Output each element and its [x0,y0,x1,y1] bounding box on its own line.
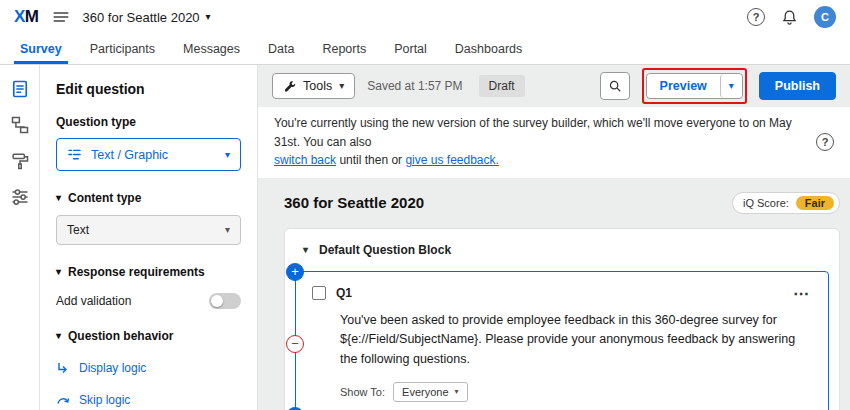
avatar[interactable]: C [814,6,836,28]
skip-logic-icon [56,393,70,407]
preview-dropdown-button[interactable]: ▾ [720,74,742,98]
notice-help-icon[interactable]: ? [816,133,834,151]
show-to-row: Show To: Everyone ▾ [340,382,814,402]
tab-data[interactable]: Data [254,34,308,64]
plus-icon: + [291,265,299,278]
project-switcher[interactable]: 360 for Seattle 2020 ▾ [83,10,211,25]
rail-item-survey-flow[interactable] [10,115,30,135]
add-validation-row: Add validation [56,293,241,309]
caret-down-icon: ▾ [56,267,61,277]
notice-text: You're currently using the new version o… [274,114,806,170]
question-type-value: Text / Graphic [91,148,216,162]
tab-survey[interactable]: Survey [6,34,76,64]
survey-title: 360 for Seattle 2020 [284,194,424,211]
caret-down-icon: ▾ [56,331,61,341]
question-menu-icon[interactable]: ⋯ [789,284,814,303]
tab-messages[interactable]: Messages [169,34,254,64]
notice-mid-text: until then or [339,153,402,167]
question-type-label: Question type [56,115,241,129]
primary-nav: Survey Participants Messages Data Report… [0,34,850,65]
rail-item-survey-options[interactable] [10,187,30,207]
display-logic-label: Display logic [79,361,146,375]
logo-m: M [25,7,39,26]
topbar-icons: ? C [747,6,836,28]
skip-logic-link[interactable]: Skip logic [56,393,241,407]
question-text[interactable]: You've been asked to provide employee fe… [340,311,812,369]
block-title: Default Question Block [319,243,451,257]
switch-back-link[interactable]: switch back [274,153,336,167]
question-id: Q1 [336,286,352,300]
tools-button[interactable]: Tools ▾ [272,73,355,99]
rail-item-builder[interactable] [10,79,30,99]
xm-logo: XM [14,7,39,27]
display-logic-link[interactable]: Display logic [56,361,241,375]
question-type-dropdown[interactable]: Text / Graphic ▾ [56,138,241,171]
left-icon-rail [0,65,40,410]
search-button[interactable] [600,72,630,100]
chevron-down-icon: ▾ [206,12,211,22]
chevron-down-icon: ▾ [225,225,230,235]
question-checkbox[interactable] [312,286,326,300]
wrench-icon [283,80,296,93]
caret-down-icon: ▾ [56,193,61,203]
tools-label: Tools [303,79,332,93]
block-header: ▾ Default Question Block [293,241,831,271]
rail-item-look-and-feel[interactable] [10,151,30,171]
hamburger-menu-icon[interactable] [52,8,70,26]
survey-toolbar: Tools ▾ Saved at 1:57 PM Draft Preview ▾… [258,65,850,107]
publish-button[interactable]: Publish [759,72,836,100]
survey-builder-app: XM 360 for Seattle 2020 ▾ ? C Survey Par… [0,0,850,410]
content-type-value: Text [67,223,225,237]
display-logic-icon [56,361,70,375]
logo-x: X [14,7,25,26]
help-glyph: ? [753,11,760,23]
show-to-value: Everyone [402,386,448,398]
content-type-section-header[interactable]: ▾ Content type [56,191,241,205]
tab-portal[interactable]: Portal [380,34,441,64]
panel-title: Edit question [56,81,241,97]
toggle-knob [211,295,223,307]
show-to-label: Show To: [340,386,385,398]
new-builder-notice: You're currently using the new version o… [258,107,850,178]
iq-score-value: Fair [796,196,834,210]
tab-dashboards[interactable]: Dashboards [441,34,536,64]
notice-line-1: You're currently using the new version o… [274,116,792,149]
title-row: 360 for Seattle 2020 iQ Score: Fair [284,192,840,214]
chevron-down-icon: ▾ [455,388,459,396]
content-type-dropdown[interactable]: Text ▾ [56,215,241,245]
give-feedback-link[interactable]: give us feedback. [405,153,498,167]
content-type-label: Content type [68,191,141,205]
question-block: ▾ Default Question Block + − + Q1 ⋯ [284,228,840,410]
iq-score-badge[interactable]: iQ Score: Fair [732,192,840,214]
collapse-block-icon[interactable]: ▾ [303,245,308,255]
chevron-down-icon: ▾ [729,81,734,91]
tab-reports[interactable]: Reports [308,34,380,64]
question-behavior-label: Question behavior [68,329,173,343]
add-validation-toggle[interactable] [209,293,241,309]
chevron-down-icon: ▾ [225,150,230,160]
notifications-bell-icon[interactable] [781,9,798,26]
body: Edit question Question type Text / Graph… [0,65,850,410]
add-question-above-button[interactable]: + [286,263,304,281]
show-to-dropdown[interactable]: Everyone ▾ [393,382,468,402]
minus-icon: − [291,337,299,350]
main-area: Tools ▾ Saved at 1:57 PM Draft Preview ▾… [258,65,850,410]
edit-question-panel: Edit question Question type Text / Graph… [40,65,258,410]
tab-participants[interactable]: Participants [76,34,169,64]
remove-question-button[interactable]: − [286,335,304,353]
response-requirements-section-header[interactable]: ▾ Response requirements [56,265,241,279]
help-glyph: ? [822,136,829,148]
preview-button[interactable]: Preview [647,74,720,98]
question-behavior-section-header[interactable]: ▾ Question behavior [56,329,241,343]
preview-button-group: Preview ▾ [646,73,743,99]
chevron-down-icon: ▾ [339,81,344,91]
text-graphic-icon [67,147,82,162]
iq-score-label: iQ Score: [743,197,789,209]
top-bar: XM 360 for Seattle 2020 ▾ ? C [0,0,850,34]
question-card-q1[interactable]: + − + Q1 ⋯ You've been asked to provide … [295,271,829,410]
search-icon [608,79,622,93]
question-header: Q1 ⋯ [312,284,814,303]
skip-logic-label: Skip logic [79,393,130,407]
help-icon[interactable]: ? [747,8,765,26]
project-name: 360 for Seattle 2020 [83,10,200,25]
